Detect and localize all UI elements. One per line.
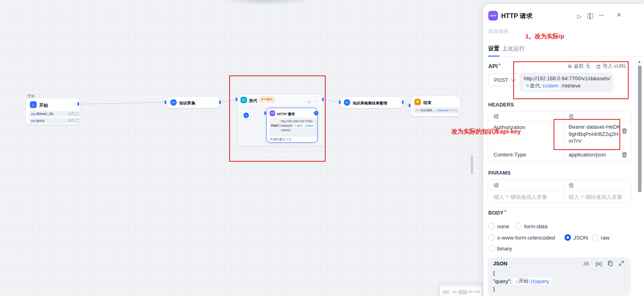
- annotation-ip-note: 1。改为实际ip: [525, 33, 565, 40]
- end-title: 结束: [423, 100, 431, 106]
- start-field-query: (x) query 必填: [29, 118, 81, 123]
- minimap-node: [458, 290, 467, 294]
- variable-icon: (x): [31, 119, 35, 123]
- char-count: 38: [583, 261, 589, 267]
- port[interactable]: [339, 100, 341, 104]
- chip-variable: (x)query: [531, 279, 549, 284]
- field-name: query: [36, 119, 68, 123]
- code-icon: </>: [344, 99, 350, 106]
- start-node[interactable]: ⌂ 开始 (x) dataset_ids 必填 (x) query 必填: [26, 98, 80, 125]
- required-tag: 必填: [68, 119, 74, 123]
- close-icon[interactable]: ×: [615, 11, 623, 19]
- chip-node-name: 知识库检...: [420, 108, 435, 113]
- end-node[interactable]: ⚑ 结束 </> 知识库检... / (x)result String: [411, 96, 460, 116]
- header-key-cell[interactable]: Content-Type: [493, 152, 526, 158]
- tab-last-run[interactable]: 上次运行: [502, 45, 525, 52]
- minimap-node: [475, 291, 480, 293]
- home-icon: ⌂: [515, 279, 518, 284]
- json-line-query: "query": ⌂ 开始 / (x)query: [493, 277, 551, 285]
- radio-icon: [488, 223, 495, 229]
- split-view-icon[interactable]: [587, 13, 594, 20]
- radio-label: JSON: [573, 235, 588, 241]
- json-editor-label: JSON: [493, 261, 507, 267]
- header-value-cell[interactable]: application/json: [569, 152, 606, 158]
- copy-icon[interactable]: [607, 260, 613, 267]
- required-asterisk: *: [498, 63, 501, 69]
- expand-icon[interactable]: [619, 261, 624, 266]
- radio-icon: [515, 223, 522, 229]
- method-value: POST: [494, 77, 508, 83]
- radio-raw[interactable]: raw: [592, 234, 610, 241]
- variable-icon: (x): [31, 112, 35, 116]
- panel-title: HTTP 请求: [501, 12, 533, 21]
- required-asterisk: *: [504, 209, 507, 216]
- param-value-input[interactable]: 键入 '/' 键快速插入变量: [569, 194, 622, 201]
- radio-icon: [488, 245, 495, 252]
- code-icon: </>: [416, 109, 419, 112]
- radio-label: raw: [601, 235, 610, 241]
- variable-icon[interactable]: (x): [596, 261, 602, 267]
- json-key: "query":: [493, 278, 511, 284]
- headers-section-label: HEADERS: [488, 102, 514, 108]
- minimap-node: [452, 291, 457, 293]
- field-type-icon: [75, 119, 79, 123]
- more-icon[interactable]: ···: [598, 12, 605, 19]
- trash-icon[interactable]: [621, 128, 627, 134]
- organize-node[interactable]: </> 知识库检索结果整理: [340, 97, 403, 108]
- radio-icon-selected: [565, 234, 571, 241]
- port[interactable]: [402, 100, 404, 104]
- json-line-close: }: [493, 286, 495, 292]
- run-icon[interactable]: ▷: [576, 13, 583, 20]
- key-column-header: 键: [493, 182, 499, 189]
- radio-label: binary: [497, 246, 512, 252]
- radio-x-www-form-urlencoded[interactable]: x-www-form-urlencoded: [488, 234, 555, 241]
- columns-icon: [588, 13, 593, 19]
- radio-binary[interactable]: binary: [488, 245, 512, 252]
- start-field-dataset-ids: (x) dataset_ids 必填: [29, 111, 81, 117]
- divider: [592, 261, 592, 266]
- json-line-open: {: [493, 270, 495, 276]
- radio-form-data[interactable]: form-data: [515, 223, 548, 229]
- port[interactable]: [219, 100, 221, 104]
- tab-settings[interactable]: 设置: [488, 45, 500, 52]
- key-column-header: 键: [493, 113, 499, 120]
- home-icon: ⌂: [30, 101, 37, 108]
- field-type-icon: [75, 112, 79, 116]
- port[interactable]: [165, 100, 166, 104]
- params-section-label: PARAMS: [488, 170, 510, 176]
- radio-json[interactable]: JSON: [565, 234, 588, 241]
- organize-title: 知识库检索结果整理: [353, 101, 387, 106]
- port[interactable]: [77, 102, 79, 106]
- radio-label: x-www-form-urlencoded: [497, 235, 555, 241]
- start-variable-chip: ⌂ 开始 / (x)query: [513, 277, 551, 285]
- description-input[interactable]: 添加描述...: [488, 28, 512, 35]
- radio-label: none: [497, 223, 509, 229]
- panel-scrollbar-thumb[interactable]: [638, 65, 642, 192]
- json-editor[interactable]: JSON 38 (x) { "query": ⌂ 开始 / (x)query }: [487, 257, 631, 296]
- body-label: BODY: [488, 210, 504, 216]
- annotation-rect-api-key: [554, 119, 620, 150]
- code-icon: </>: [170, 99, 177, 106]
- params-table: 键 值 键入 '/' 键快速插入变量 键入 '/' 键快速插入变量: [487, 179, 631, 203]
- minimap[interactable]: [437, 281, 483, 296]
- scroll-up-arrow[interactable]: ▲: [638, 60, 641, 64]
- annotation-rect-api-url: [513, 61, 629, 99]
- minimap-viewport: [440, 286, 482, 296]
- trash-icon[interactable]: [621, 152, 627, 158]
- radio-none[interactable]: none: [488, 223, 509, 229]
- required-tag: 必填: [68, 112, 74, 116]
- minimap-node: [468, 291, 473, 293]
- value-column-header: 值: [569, 182, 574, 189]
- minimap-node: [443, 290, 449, 294]
- api-label: API: [488, 63, 498, 69]
- radio-label: form-data: [524, 223, 548, 229]
- column-divider: [564, 180, 564, 203]
- knowledge-set-node[interactable]: </> 知识库集: [167, 97, 220, 108]
- end-output-row: </> 知识库检... / (x)result String: [414, 107, 461, 113]
- canvas-scrollbar[interactable]: [471, 155, 473, 174]
- divider: [610, 12, 610, 20]
- port[interactable]: [409, 104, 410, 107]
- row-divider: [488, 190, 631, 190]
- param-key-input[interactable]: 键入 '/' 键快速插入变量: [493, 194, 547, 201]
- chip-variable: (x)result: [437, 108, 448, 112]
